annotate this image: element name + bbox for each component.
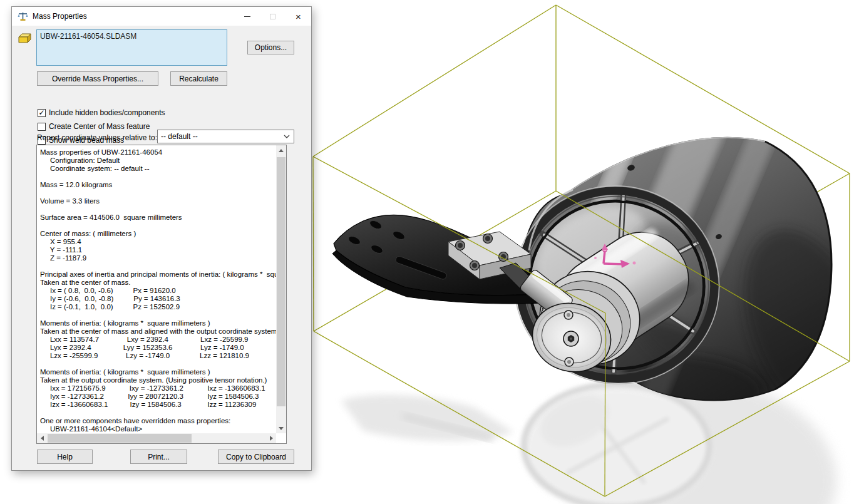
maximize-icon [270, 14, 275, 19]
scroll-up-icon [279, 149, 284, 152]
coordinate-system-value: -- default -- [161, 132, 280, 141]
report-line: X = 955.4 [40, 238, 276, 246]
report-line: Izx = -13660683.1 Izy = 1584506.3 Izz = … [40, 401, 276, 409]
scroll-right-button[interactable] [266, 433, 276, 443]
report-line: Moments of inertia: ( kilograms * square… [40, 319, 276, 327]
report-line [40, 262, 276, 270]
override-mass-properties-button[interactable]: Override Mass Properties... [37, 71, 158, 86]
selected-item-text: UBW-21161-46054.SLDASM [40, 32, 136, 41]
report-line [40, 360, 276, 368]
dialog-titlebar[interactable]: Mass Properties × [12, 7, 311, 26]
checkbox-include-hidden[interactable]: ✓ Include hidden bodies/components [38, 108, 165, 117]
report-line [40, 222, 276, 230]
maximize-button [260, 7, 285, 26]
report-line: Taken at the output coordinate system. (… [40, 376, 276, 384]
report-line: Moments of inertia: ( kilograms * square… [40, 368, 276, 376]
dialog-title: Mass Properties [33, 12, 87, 21]
report-line [40, 311, 276, 319]
vertical-scrollbar[interactable] [276, 145, 286, 433]
scroll-down-button[interactable] [276, 423, 286, 433]
recalculate-button[interactable]: Recalculate [170, 71, 227, 86]
report-line: Taken at the center of mass. [40, 279, 276, 287]
checkbox-icon[interactable]: ✓ [38, 109, 46, 117]
report-line: Ix = ( 0.8, 0.0, -0.6) Px = 91620.0 [40, 287, 276, 295]
minimize-icon [244, 16, 250, 17]
coordinate-system-label: Report coordinate values relative to: [37, 133, 157, 142]
report-line: Y = -111.1 [40, 246, 276, 254]
report-line: Volume = 3.3 liters [40, 197, 276, 205]
report-line [40, 189, 276, 197]
close-icon: × [296, 12, 301, 21]
report-line: Mass = 12.0 kilograms [40, 181, 276, 189]
report-line: UBW-21161-46104<Default> [40, 425, 276, 433]
report-line: Principal axes of inertia and principal … [40, 270, 276, 279]
solidworks-screen: Mass Properties × UBW-21161-46054.SLDASM… [0, 0, 864, 504]
checkbox-icon[interactable] [38, 123, 46, 131]
report-line [40, 173, 276, 181]
mass-properties-icon [18, 11, 28, 22]
copy-to-clipboard-button[interactable]: Copy to Clipboard [218, 450, 294, 464]
scroll-up-button[interactable] [276, 145, 286, 155]
report-line: Coordinate system: -- default -- [40, 165, 276, 173]
horizontal-scrollbar[interactable] [37, 433, 276, 443]
report-line: Iy = (-0.6, 0.0, -0.8) Py = 143616.3 [40, 295, 276, 303]
horizontal-scrollbar-thumb[interactable] [48, 434, 192, 443]
report-line: Z = -1187.9 [40, 254, 276, 262]
coordinate-system-dropdown[interactable]: -- default -- [157, 130, 294, 143]
assembly-part-icon [18, 31, 33, 46]
selected-item-field[interactable]: UBW-21161-46054.SLDASM [36, 29, 227, 66]
checkbox-label: Include hidden bodies/components [49, 108, 165, 117]
mass-properties-dialog: Mass Properties × UBW-21161-46054.SLDASM… [11, 6, 312, 471]
report-line: Taken at the center of mass and aligned … [40, 327, 276, 336]
report-line: Lzx = -25599.9 Lzy = -1749.0 Lzz = 12181… [40, 352, 276, 360]
report-line: Iz = (-0.1, 1.0, 0.0) Pz = 152502.9 [40, 303, 276, 311]
scroll-left-button[interactable] [37, 433, 47, 443]
options-button[interactable]: Options... [247, 41, 294, 54]
print-button[interactable]: Print... [130, 450, 187, 464]
scroll-left-icon [41, 436, 44, 441]
report-line: Lyx = 2392.4 Lyy = 152353.6 Lyz = -1749.… [40, 344, 276, 352]
mass-properties-report: Mass properties of UBW-21161-46054 Confi… [36, 145, 287, 444]
help-button[interactable]: Help [37, 450, 93, 464]
report-line: Ixx = 17215675.9 Ixy = -1273361.2 Ixz = … [40, 384, 276, 393]
chevron-down-icon [280, 135, 294, 138]
report-line: Configuration: Default [40, 157, 276, 165]
report-line: Mass properties of UBW-21161-46054 [40, 148, 276, 157]
report-line [40, 409, 276, 417]
vertical-scrollbar-thumb[interactable] [277, 157, 285, 406]
report-text[interactable]: Mass properties of UBW-21161-46054 Confi… [37, 145, 276, 433]
report-line: One or more components have overridden m… [40, 417, 276, 425]
close-button[interactable]: × [285, 7, 311, 26]
dialog-body: UBW-21161-46054.SLDASM Options... Overri… [12, 26, 311, 470]
report-line: Iyx = -1273361.2 Iyy = 28072120.3 Iyz = … [40, 393, 276, 401]
scroll-down-icon [279, 427, 284, 430]
report-line: Lxx = 113574.7 Lxy = 2392.4 Lxz = -25599… [40, 336, 276, 344]
report-line [40, 205, 276, 213]
minimize-button[interactable] [234, 7, 260, 26]
scroll-right-icon [270, 436, 273, 441]
checkbox-label: Create Center of Mass feature [49, 122, 150, 131]
report-line: Center of mass: ( millimeters ) [40, 230, 276, 238]
checkbox-create-com-feature[interactable]: Create Center of Mass feature [38, 122, 150, 131]
report-line: Surface area = 414506.0 square millimete… [40, 213, 276, 222]
